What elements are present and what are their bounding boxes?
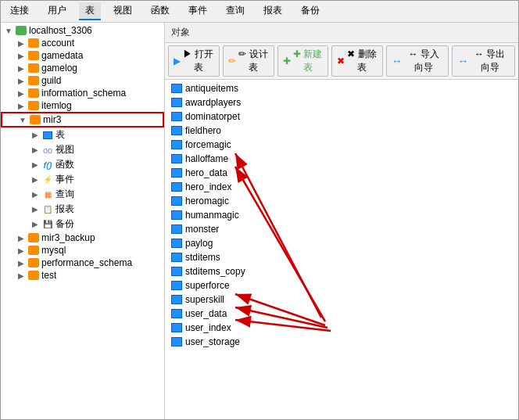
object-label: 对象 xyxy=(165,23,518,43)
db-label-perf: performance_schema xyxy=(41,257,132,268)
menu-query[interactable]: 查询 xyxy=(220,2,251,20)
sidebar: ▼ localhost_3306 ▶ account ▶ gamedata ▶ … xyxy=(1,23,165,419)
delete-icon: ✖ xyxy=(337,56,345,66)
table-row[interactable]: user_index xyxy=(165,321,518,335)
mir3backup-expander[interactable]: ▶ xyxy=(15,234,27,242)
open-table-button[interactable]: ▶ ▶ 打开表 xyxy=(168,45,220,77)
table-icon xyxy=(171,267,182,276)
table-row[interactable]: paylog xyxy=(165,236,518,250)
tree-db-guild[interactable]: ▶ guild xyxy=(1,74,164,87)
tree-db-itemlog[interactable]: ▶ itemlog xyxy=(1,99,164,112)
menu-view[interactable]: 视图 xyxy=(107,2,138,20)
table-row[interactable]: user_storage xyxy=(165,335,518,349)
tree-mir3-func[interactable]: ▶ f() 函数 xyxy=(1,157,164,172)
menu-report[interactable]: 报表 xyxy=(257,2,288,20)
menu-user[interactable]: 用户 xyxy=(41,2,73,20)
table-row[interactable]: antiqueitems xyxy=(165,81,518,95)
tree-mir3-table[interactable]: ▶ 表 xyxy=(1,127,164,142)
tree-db-mysql[interactable]: ▶ mysql xyxy=(1,244,164,257)
tree-db-account[interactable]: ▶ account xyxy=(1,37,164,49)
export-wizard-button[interactable]: ↔ ↔ 导出向导 xyxy=(452,45,515,77)
menu-connect[interactable]: 连接 xyxy=(4,2,35,20)
table-row[interactable]: forcemagic xyxy=(165,138,518,152)
import-label: ↔ 导入向导 xyxy=(404,48,444,74)
table-row[interactable]: dominatorpet xyxy=(165,109,518,124)
menu-backup[interactable]: 备份 xyxy=(295,2,326,20)
table-row[interactable]: hero_data xyxy=(165,166,518,180)
table-row[interactable]: superforce xyxy=(165,278,518,293)
guild-expander[interactable]: ▶ xyxy=(15,77,27,85)
table-icon xyxy=(171,112,182,121)
tree-mir3-backup[interactable]: ▶ 💾 备份 xyxy=(1,217,164,232)
db-label-mysql: mysql xyxy=(41,245,66,256)
info-expander[interactable]: ▶ xyxy=(15,89,27,98)
delete-table-button[interactable]: ✖ ✖ 删除表 xyxy=(331,45,382,77)
table-row[interactable]: fieldhero xyxy=(165,124,518,138)
table-row[interactable]: stditems_copy xyxy=(165,264,518,278)
tree-db-gamelog[interactable]: ▶ gamelog xyxy=(1,62,164,74)
perf-expander[interactable]: ▶ xyxy=(15,259,27,267)
tree-mir3-query[interactable]: ▶ ▦ 查询 xyxy=(1,187,164,202)
tree-mir3-event[interactable]: ▶ ⚡ 事件 xyxy=(1,172,164,187)
import-wizard-button[interactable]: ↔ ↔ 导入向导 xyxy=(386,45,449,77)
tree-db-perf[interactable]: ▶ performance_schema xyxy=(1,257,164,269)
table-row[interactable]: user_data xyxy=(165,307,518,321)
tree-db-gamedata[interactable]: ▶ gamedata xyxy=(1,49,164,62)
db-icon xyxy=(27,257,40,268)
tree-mir3-report[interactable]: ▶ 📋 报表 xyxy=(1,202,164,217)
tree-db-test[interactable]: ▶ test xyxy=(1,269,164,282)
table-icon xyxy=(171,281,182,290)
mir3-expander[interactable]: ▼ xyxy=(16,116,29,124)
server-icon xyxy=(15,25,27,36)
backup-expander[interactable]: ▶ xyxy=(29,220,41,228)
report-expander[interactable]: ▶ xyxy=(29,205,41,214)
view-icon: oo xyxy=(41,145,54,156)
table-name-label: stditems xyxy=(185,252,220,263)
new-table-button[interactable]: ✚ ✚ 新建表 xyxy=(277,45,328,77)
account-expander[interactable]: ▶ xyxy=(15,39,27,48)
table-row[interactable]: superskill xyxy=(165,293,518,307)
server-expander[interactable]: ▼ xyxy=(2,27,15,35)
table-row[interactable]: humanmagic xyxy=(165,208,518,222)
menu-func[interactable]: 函数 xyxy=(145,2,176,20)
content-toolbar: ▶ ▶ 打开表 ✏ ✏ 设计表 ✚ ✚ 新建表 ✖ ✖ 删除表 ↔ ↔ 导入 xyxy=(165,43,518,80)
query-expander[interactable]: ▶ xyxy=(29,190,41,199)
table-row[interactable]: hero_index xyxy=(165,180,518,194)
table-name-label: dominatorpet xyxy=(185,111,240,122)
query-icon: ▦ xyxy=(41,189,54,200)
tree-db-mir3[interactable]: ▼ mir3 xyxy=(1,112,164,127)
table-name-label: hero_data xyxy=(185,167,227,178)
gamelog-expander[interactable]: ▶ xyxy=(15,64,27,73)
tree-db-information-schema[interactable]: ▶ information_schema xyxy=(1,87,164,99)
view-expander[interactable]: ▶ xyxy=(29,145,41,154)
func-expander[interactable]: ▶ xyxy=(29,160,41,169)
table-name-label: paylog xyxy=(185,238,213,249)
table-icon xyxy=(171,295,182,304)
menu-bar: 连接 用户 表 视图 函数 事件 查询 报表 备份 xyxy=(1,1,518,23)
event-expander[interactable]: ▶ xyxy=(29,175,41,184)
table-row[interactable]: halloffame xyxy=(165,152,518,166)
table-row[interactable]: stditems xyxy=(165,250,518,264)
menu-event[interactable]: 事件 xyxy=(182,2,213,20)
menu-table[interactable]: 表 xyxy=(79,2,101,20)
table-expander[interactable]: ▶ xyxy=(29,131,41,139)
mysql-expander[interactable]: ▶ xyxy=(15,246,27,255)
itemlog-expander[interactable]: ▶ xyxy=(15,102,27,110)
tree-mir3-view[interactable]: ▶ oo 视图 xyxy=(1,142,164,157)
table-row[interactable]: awardplayers xyxy=(165,95,518,109)
table-name-label: user_data xyxy=(185,308,227,319)
tree-server[interactable]: ▼ localhost_3306 xyxy=(1,24,164,37)
table-icon xyxy=(171,140,182,149)
db-icon xyxy=(27,75,40,86)
table-row[interactable]: heromagic xyxy=(165,194,518,208)
table-row[interactable]: monster xyxy=(165,222,518,236)
test-expander[interactable]: ▶ xyxy=(15,271,27,280)
table-name-label: awardplayers xyxy=(185,97,241,108)
table-name-label: stditems_copy xyxy=(185,266,245,277)
gamedata-expander[interactable]: ▶ xyxy=(15,52,27,60)
open-label: ▶ 打开表 xyxy=(182,48,214,74)
backup-label: 备份 xyxy=(55,217,74,231)
tree-db-mir3-backup[interactable]: ▶ mir3_backup xyxy=(1,232,164,244)
db-icon xyxy=(27,245,40,256)
design-table-button[interactable]: ✏ ✏ 设计表 xyxy=(223,45,274,77)
